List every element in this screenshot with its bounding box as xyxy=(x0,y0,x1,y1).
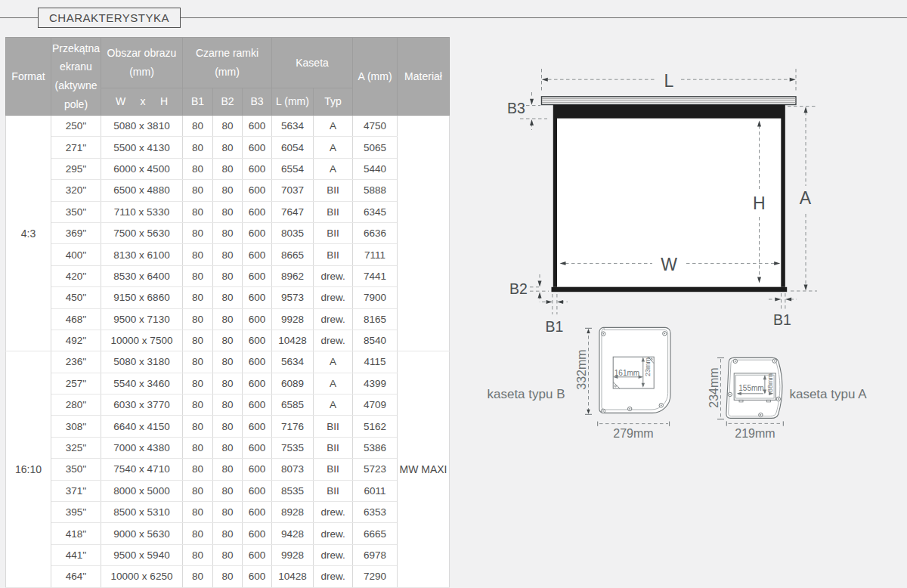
svg-text:H: H xyxy=(753,193,766,213)
svg-text:B2: B2 xyxy=(509,280,528,297)
svg-text:88mm: 88mm xyxy=(766,373,774,392)
svg-text:332mm: 332mm xyxy=(575,349,588,389)
svg-text:W: W xyxy=(661,255,677,274)
svg-text:kaseta typu A: kaseta typu A xyxy=(789,387,867,401)
svg-text:B3: B3 xyxy=(507,100,525,116)
svg-text:A: A xyxy=(800,188,812,208)
svg-text:279mm: 279mm xyxy=(613,427,653,440)
svg-text:kaseta typu B: kaseta typu B xyxy=(487,387,565,401)
svg-text:L: L xyxy=(664,71,674,91)
svg-text:219mm: 219mm xyxy=(735,427,775,440)
svg-text:23mm: 23mm xyxy=(644,357,652,376)
svg-text:B1: B1 xyxy=(773,311,791,328)
svg-text:234mm: 234mm xyxy=(707,367,720,407)
svg-text:155mm: 155mm xyxy=(738,384,763,392)
svg-text:161mm: 161mm xyxy=(614,369,639,377)
svg-text:B1: B1 xyxy=(546,318,564,335)
